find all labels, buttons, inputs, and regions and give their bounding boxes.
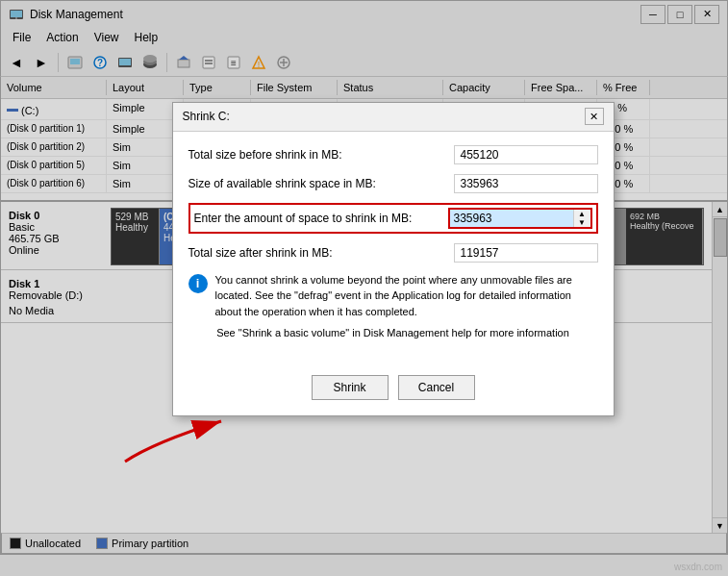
spinner-up[interactable]: ▲ [574,210,590,218]
info-icon: i [188,274,208,293]
form-label-1: Total size before shrink in MB: [188,148,454,162]
help-link[interactable]: See "Shrink a basic volume" in Disk Mana… [188,327,598,338]
shrink-button[interactable]: Shrink [312,375,389,400]
modal-close-button[interactable]: ✕ [585,108,604,125]
form-row-2: Size of available shrink space in MB: 33… [188,174,598,193]
form-value-1: 455120 [454,145,598,164]
form-value-2: 335963 [454,174,598,193]
info-box: i You cannot shrink a volume beyond the … [188,272,598,320]
shrink-modal: Shrink C: ✕ Total size before shrink in … [172,102,615,417]
form-label-2: Size of available shrink space in MB: [188,177,454,190]
modal-footer: Shrink Cancel [173,365,614,415]
red-arrow-annotation [96,394,289,471]
info-text: You cannot shrink a volume beyond the po… [215,272,598,320]
form-label-4: Total size after shrink in MB: [188,246,454,260]
modal-body: Total size before shrink in MB: 455120 S… [173,132,614,366]
watermark: wsxdn.com [674,562,722,572]
form-label-3: Enter the amount of space to shrink in M… [194,212,448,225]
cancel-button[interactable]: Cancel [398,375,475,400]
form-row-3: Enter the amount of space to shrink in M… [188,203,598,234]
modal-title: Shrink C: [183,110,230,123]
modal-title-bar: Shrink C: ✕ [173,103,614,132]
modal-overlay: Shrink C: ✕ Total size before shrink in … [0,0,728,576]
shrink-amount-input[interactable] [450,210,573,227]
form-row-4: Total size after shrink in MB: 119157 [188,243,598,263]
form-row-1: Total size before shrink in MB: 455120 [188,145,598,164]
spinner-down[interactable]: ▼ [574,218,590,227]
spinner: ▲ ▼ [573,210,590,227]
form-value-4: 119157 [454,243,598,263]
form-input-container: ▲ ▼ [448,208,592,229]
